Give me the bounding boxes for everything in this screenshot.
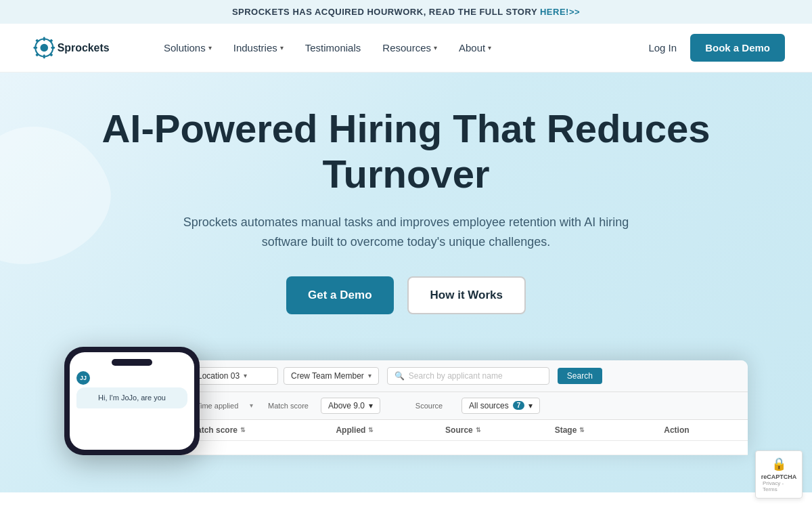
chevron-down-icon: ▾ bbox=[244, 372, 247, 379]
announcement-bar: SPROCKETS HAS ACQUIRED HOURWORK, READ TH… bbox=[0, 0, 812, 24]
nav-item-resources[interactable]: Resources ▾ bbox=[374, 37, 445, 59]
svg-rect-5 bbox=[51, 47, 55, 49]
chevron-down-icon: ▾ bbox=[280, 44, 284, 51]
hero-section: AI-Powered Hiring That Reduces Turnover … bbox=[0, 72, 812, 492]
chevron-down-icon: ▾ bbox=[488, 44, 491, 51]
announcement-text: SPROCKETS HAS ACQUIRED HOURWORK, READ TH… bbox=[232, 7, 537, 17]
how-it-works-button[interactable]: How it Works bbox=[407, 276, 526, 314]
recaptcha-icon: 🔒 bbox=[771, 457, 786, 471]
hero-title: AI-Powered Hiring That Reduces Turnover bbox=[102, 106, 710, 196]
chevron-down-icon: ▾ bbox=[528, 401, 533, 410]
book-demo-button[interactable]: Book a Demo bbox=[690, 34, 785, 62]
sources-filter[interactable]: All sources 7 ▾ bbox=[461, 398, 540, 414]
chevron-down-icon: ▾ bbox=[368, 372, 371, 379]
recaptcha-label: reCAPTCHA bbox=[761, 473, 797, 480]
hero-buttons: Get a Demo How it Works bbox=[27, 276, 785, 314]
chevron-down-icon: ▾ bbox=[250, 402, 253, 409]
get-demo-button[interactable]: Get a Demo bbox=[286, 276, 393, 314]
search-button[interactable]: Search bbox=[558, 368, 602, 384]
search-icon: 🔍 bbox=[394, 371, 405, 381]
source-label: Scource bbox=[402, 402, 456, 410]
desktop-dashboard: Location 03 ▾ Crew Team Member ▾ 🔍 Searc… bbox=[179, 360, 748, 455]
logo-area[interactable]: Sprockets bbox=[27, 29, 115, 66]
nav-actions: Log In Book a Demo bbox=[648, 34, 785, 62]
svg-rect-3 bbox=[43, 55, 45, 59]
search-placeholder: Search by applicant name bbox=[409, 371, 503, 381]
phone-mockup: JJ Hi, I'm JoJo, are you bbox=[64, 347, 200, 455]
nav-item-testimonials[interactable]: Testimonials bbox=[297, 37, 369, 59]
dashboard-filter-row: Location 03 ▾ Crew Team Member ▾ 🔍 Searc… bbox=[179, 360, 748, 392]
recaptcha-sub: Privacy - Terms bbox=[763, 480, 795, 492]
location-filter[interactable]: Location 03 ▾ bbox=[190, 367, 278, 385]
col-source[interactable]: Source ⇅ bbox=[445, 425, 555, 435]
filter-group: Location 03 ▾ Crew Team Member ▾ bbox=[190, 367, 379, 385]
chevron-down-icon: ▾ bbox=[434, 44, 437, 51]
phone-notch bbox=[112, 359, 152, 366]
svg-rect-2 bbox=[43, 37, 45, 41]
chat-bubble: Hi, I'm JoJo, are you bbox=[76, 387, 187, 408]
col-match-score[interactable]: Match score ⇅ bbox=[190, 425, 336, 435]
avatar: JJ bbox=[76, 371, 90, 385]
col-stage[interactable]: Stage ⇅ bbox=[555, 425, 664, 435]
col-applied[interactable]: Applied ⇅ bbox=[336, 425, 445, 435]
nav-item-solutions[interactable]: Solutions ▾ bbox=[156, 37, 220, 59]
nav-links: Solutions ▾ Industries ▾ Testimonials Re… bbox=[156, 37, 648, 59]
svg-point-1 bbox=[41, 44, 49, 52]
search-box[interactable]: 🔍 Search by applicant name bbox=[387, 367, 549, 385]
dashboard-preview: JJ Hi, I'm JoJo, are you Location 03 ▾ C… bbox=[27, 347, 785, 455]
match-score-label: Match score bbox=[261, 402, 315, 410]
nav-item-industries[interactable]: Industries ▾ bbox=[225, 37, 292, 59]
sources-count-badge: 7 bbox=[513, 401, 525, 410]
recaptcha-badge: 🔒 reCAPTCHA Privacy - Terms bbox=[755, 450, 803, 499]
table-header: Match score ⇅ Applied ⇅ Source ⇅ Stage ⇅… bbox=[179, 420, 748, 441]
col-action: Action bbox=[664, 425, 737, 435]
hero-subtitle: Sprockets automates manual tasks and imp… bbox=[169, 213, 643, 252]
svg-text:Sprockets: Sprockets bbox=[58, 42, 110, 54]
main-nav: Sprockets Solutions ▾ Industries ▾ Testi… bbox=[0, 24, 812, 72]
chevron-down-icon: ▾ bbox=[208, 44, 212, 51]
svg-rect-4 bbox=[33, 47, 37, 49]
chevron-down-icon: ▾ bbox=[369, 401, 373, 410]
log-in-button[interactable]: Log In bbox=[648, 42, 677, 54]
sprockets-logo: Sprockets bbox=[27, 29, 115, 66]
sort-icon: ⇅ bbox=[240, 427, 246, 433]
dashboard-subfilter-row: Time applied ▾ Match score Above 9.0 ▾ S… bbox=[179, 392, 748, 420]
match-score-filter[interactable]: Above 9.0 ▾ bbox=[321, 398, 380, 414]
nav-item-about[interactable]: About ▾ bbox=[451, 37, 499, 59]
sort-icon: ⇅ bbox=[579, 427, 585, 433]
sort-icon: ⇅ bbox=[368, 427, 374, 433]
crew-filter[interactable]: Crew Team Member ▾ bbox=[284, 367, 379, 385]
announcement-link[interactable]: HERE!>> bbox=[540, 7, 580, 17]
table-row bbox=[179, 441, 748, 455]
sort-icon: ⇅ bbox=[476, 427, 481, 433]
